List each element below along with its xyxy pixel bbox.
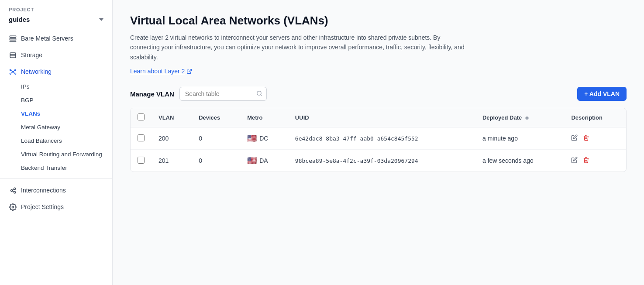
svg-line-16	[13, 72, 14, 73]
flag-icon: 🇺🇸	[247, 134, 257, 143]
table-body: 200 0 🇺🇸 DC 6e42dac8-8ba3-47ff-aab0-a654…	[131, 127, 626, 172]
svg-line-20	[12, 189, 14, 190]
manage-label: Manage VLAN	[130, 90, 174, 98]
project-selector[interactable]: guides	[0, 14, 112, 30]
metro-code: DC	[259, 135, 268, 142]
row-vlan: 201	[152, 150, 192, 172]
main-content: Virtual Local Area Networks (VLANs) Crea…	[113, 0, 644, 285]
row-checkbox-cell	[131, 127, 152, 150]
sidebar-sub-metal-gateway[interactable]: Metal Gateway	[0, 120, 112, 134]
project-name: guides	[9, 16, 30, 23]
svg-point-11	[10, 73, 11, 74]
row-metro: 🇺🇸 DC	[240, 127, 288, 150]
row-checkbox[interactable]	[138, 134, 145, 141]
row-checkbox[interactable]	[138, 157, 145, 164]
settings-icon	[9, 203, 17, 211]
svg-line-23	[189, 69, 192, 72]
sidebar-item-bare-metal-label: Bare Metal Servers	[21, 35, 73, 42]
svg-point-17	[10, 189, 12, 191]
project-label: PROJECT	[0, 7, 112, 14]
edit-icon[interactable]	[571, 134, 578, 142]
sidebar-item-bare-metal[interactable]: Bare Metal Servers	[0, 30, 112, 47]
svg-rect-1	[10, 38, 16, 40]
search-icon	[256, 90, 262, 98]
sidebar-item-storage[interactable]: Storage	[0, 47, 112, 63]
header-vlan: VLAN	[152, 108, 192, 127]
svg-point-4	[10, 38, 11, 39]
sidebar-sub-load-balancers[interactable]: Load Balancers	[0, 134, 112, 148]
table-row: 200 0 🇺🇸 DC 6e42dac8-8ba3-47ff-aab0-a654…	[131, 127, 626, 150]
sidebar-sub-ips[interactable]: IPs	[0, 80, 112, 93]
metro-code: DA	[259, 157, 268, 164]
sidebar-item-project-settings-label: Project Settings	[21, 203, 64, 210]
row-deployed-date: a few seconds ago	[475, 150, 564, 172]
row-metro: 🇺🇸 DA	[240, 150, 288, 172]
delete-icon[interactable]	[583, 157, 589, 165]
header-metro: Metro	[240, 108, 288, 127]
sidebar-sub-vrf[interactable]: Virtual Routing and Forwarding	[0, 148, 112, 161]
table-row: 201 0 🇺🇸 DA 98bcea89-5e8a-4f2c-a39f-03da…	[131, 150, 626, 172]
toolbar: Manage VLAN + Add VLAN	[130, 87, 627, 101]
add-vlan-button[interactable]: + Add VLAN	[577, 87, 627, 101]
sidebar: PROJECT guides Bare Metal Servers Storag	[0, 0, 113, 285]
table-header-row: VLAN Devices Metro UUID Deployed Date De…	[131, 108, 626, 127]
server-icon	[9, 34, 17, 42]
svg-rect-2	[10, 41, 16, 41]
search-wrapper	[179, 87, 267, 101]
page-description: Create layer 2 virtual networks to inter…	[130, 33, 471, 62]
row-vlan: 200	[152, 127, 192, 150]
page-title: Virtual Local Area Networks (VLANs)	[130, 14, 627, 27]
svg-point-22	[12, 206, 14, 208]
toolbar-left: Manage VLAN	[130, 87, 267, 101]
svg-rect-5	[10, 52, 16, 57]
delete-icon[interactable]	[583, 134, 589, 142]
header-checkbox-col	[131, 108, 152, 127]
svg-point-24	[257, 91, 261, 95]
sidebar-sub-bgp[interactable]: BGP	[0, 93, 112, 107]
svg-point-10	[14, 69, 16, 70]
network-icon	[9, 68, 17, 76]
sort-icon	[525, 116, 529, 120]
row-devices: 0	[192, 127, 240, 150]
sidebar-item-storage-label: Storage	[21, 52, 42, 58]
svg-point-18	[14, 188, 15, 189]
row-devices: 0	[192, 150, 240, 172]
sidebar-item-networking-label: Networking	[21, 68, 52, 75]
row-uuid: 6e42dac8-8ba3-47ff-aab0-a654c845f552	[288, 127, 475, 150]
edit-icon[interactable]	[571, 157, 578, 165]
svg-line-13	[11, 70, 12, 71]
svg-line-25	[261, 94, 262, 96]
chevron-down-icon	[99, 18, 103, 21]
svg-point-12	[14, 73, 16, 74]
sidebar-item-networking[interactable]: Networking	[0, 63, 112, 80]
svg-rect-0	[10, 36, 16, 38]
sidebar-item-interconnections-label: Interconnections	[21, 187, 66, 194]
external-link-icon	[186, 69, 192, 74]
select-all-checkbox[interactable]	[138, 113, 145, 120]
svg-point-3	[10, 36, 11, 37]
interconnect-icon	[9, 186, 17, 194]
header-devices: Devices	[192, 108, 240, 127]
search-input[interactable]	[179, 87, 267, 101]
row-description	[564, 127, 626, 150]
sidebar-sub-backend-transfer[interactable]: Backend Transfer	[0, 161, 112, 175]
svg-line-21	[12, 191, 14, 192]
vlan-table-container: VLAN Devices Metro UUID Deployed Date De…	[130, 108, 627, 172]
header-description: Description	[564, 108, 626, 127]
row-uuid: 98bcea89-5e8a-4f2c-a39f-03da20967294	[288, 150, 475, 172]
svg-point-8	[12, 71, 14, 72]
sidebar-item-interconnections[interactable]: Interconnections	[0, 182, 112, 199]
row-deployed-date: a minute ago	[475, 127, 564, 150]
learn-layer2-link[interactable]: Learn about Layer 2	[130, 68, 192, 75]
sidebar-item-project-settings[interactable]: Project Settings	[0, 199, 112, 215]
sidebar-sub-vlans[interactable]: VLANs	[0, 107, 112, 120]
row-checkbox-cell	[131, 150, 152, 172]
svg-point-19	[14, 191, 15, 193]
header-deployed-date[interactable]: Deployed Date	[475, 108, 564, 127]
svg-line-14	[13, 70, 14, 71]
flag-icon: 🇺🇸	[247, 156, 257, 165]
svg-point-9	[10, 69, 11, 70]
svg-line-15	[11, 72, 12, 73]
vlan-table: VLAN Devices Metro UUID Deployed Date De…	[131, 108, 626, 172]
storage-icon	[9, 51, 17, 59]
